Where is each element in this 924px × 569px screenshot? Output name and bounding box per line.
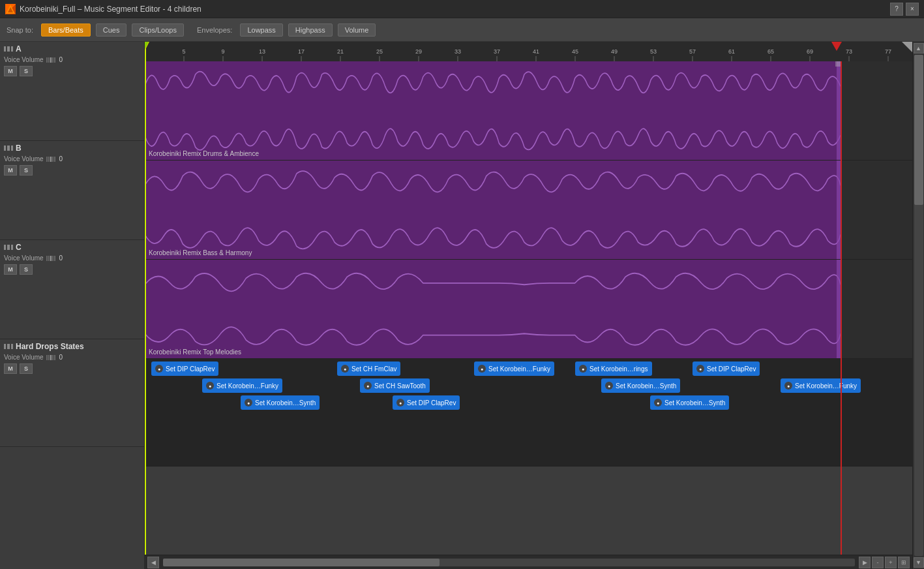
envelope-lowpass-button[interactable]: Lowpass (240, 23, 282, 37)
track-b-mute-button[interactable]: M (4, 165, 17, 176)
track-a-clip-end (837, 61, 841, 160)
end-marker (831, 42, 842, 51)
track-a-clip[interactable]: Korobeiniki Remix Drums & Ambience (145, 61, 841, 160)
snap-clips-loops-button[interactable]: Clips/Loops (132, 23, 183, 37)
track-c-volume-slider[interactable] (46, 256, 55, 261)
track-c-clip-end (837, 260, 841, 358)
close-button[interactable]: × (906, 3, 919, 16)
tracks-container: Korobeiniki Remix Drums & Ambience (145, 61, 912, 555)
track-c-name: C (16, 243, 22, 252)
track-d-volume-value: 0 (59, 354, 63, 361)
vertical-scrollbar[interactable] (914, 55, 923, 556)
state-event-10[interactable]: ● Set Korobein…Synth (650, 395, 729, 410)
waveform-b-top (145, 162, 841, 209)
state-event-5[interactable]: ● Set CH SawTooth (360, 378, 430, 393)
track-b-clip-end (837, 161, 841, 259)
track-d-solo-button[interactable]: S (20, 363, 33, 374)
track-b-name: B (16, 144, 22, 153)
track-a-name: A (16, 44, 22, 54)
fit-button[interactable]: ⊞ (898, 557, 910, 568)
track-lane-a[interactable]: Korobeiniki Remix Drums & Ambience (145, 61, 912, 161)
track-a-mute-button[interactable]: M (4, 66, 17, 76)
left-panel: A Voice Volume 0 M S (0, 42, 145, 569)
envelope-highpass-button[interactable]: Highpass (288, 23, 333, 37)
scroll-left-button[interactable]: ◀ (147, 557, 159, 568)
waveform-c-top (145, 261, 841, 308)
track-a-volume-slider[interactable] (46, 57, 55, 63)
track-b-clip-label: Korobeiniki Remix Bass & Harmony (149, 249, 252, 256)
state-event-6[interactable]: ● Set DIP ClapRev (393, 395, 460, 410)
envelope-label: Envelopes: (197, 26, 232, 34)
window-title: Korobeiniki_Full – Music Segment Editor … (20, 5, 201, 14)
track-header-b: B Voice Volume 0 M S (0, 141, 144, 240)
state-event-11[interactable]: ● Set DIP ClapRev (693, 361, 760, 376)
track-c-voice-label: Voice Volume (4, 254, 44, 262)
bottom-scroll-bar: ◀ ▶ - + ⊞ (145, 555, 912, 569)
track-c-icon (4, 244, 13, 251)
track-c-solo-button[interactable]: S (20, 264, 33, 275)
track-c-volume-value: 0 (59, 254, 63, 262)
app-logo (5, 4, 16, 14)
track-b-voice-label: Voice Volume (4, 155, 44, 162)
ruler[interactable] (145, 42, 912, 61)
snap-bars-beats-button[interactable]: Bars/Beats (41, 23, 91, 37)
playhead-marker-green (145, 42, 149, 50)
track-a-clip-label: Korobeiniki Remix Drums & Ambience (149, 150, 259, 157)
waveform-a-top (145, 63, 841, 110)
state-event-7[interactable]: ● Set Korobein…Funky (474, 361, 554, 376)
snap-cues-button[interactable]: Cues (96, 23, 127, 37)
track-lane-b[interactable]: Korobeiniki Remix Bass & Harmony (145, 161, 912, 260)
track-lane-d[interactable]: ● Set DIP ClapRev ● Set Korobein…Funky ●… (145, 359, 912, 467)
ruler-corner (902, 42, 912, 52)
app: Korobeiniki_Full – Music Segment Editor … (0, 0, 924, 569)
scroll-down-button[interactable]: ▼ (914, 557, 924, 568)
state-event-9[interactable]: ● Set Korobein…Synth (601, 378, 680, 393)
title-bar: Korobeiniki_Full – Music Segment Editor … (0, 0, 924, 18)
track-a-clip-corner (835, 61, 841, 67)
snap-label: Snap to: (7, 26, 33, 34)
track-c-clip-label: Korobeiniki Remix Top Melodies (149, 348, 241, 356)
track-a-solo-button[interactable]: S (20, 66, 33, 76)
track-header-d: Hard Drops States Voice Volume 0 M S (0, 339, 144, 447)
track-d-icon (4, 343, 13, 350)
state-event-8[interactable]: ● Set Korobein…rings (575, 361, 652, 376)
track-lane-c[interactable]: Korobeiniki Remix Top Melodies (145, 260, 912, 359)
right-scrollbar: ▲ ▼ (912, 42, 924, 569)
zoom-out-button[interactable]: - (872, 557, 884, 568)
track-b-volume-value: 0 (59, 155, 63, 162)
track-d-voice-label: Voice Volume (4, 354, 44, 361)
state-event-12[interactable]: ● Set Korobein…Funky (781, 378, 861, 393)
track-d-name: Hard Drops States (16, 342, 84, 351)
track-b-clip[interactable]: Korobeiniki Remix Bass & Harmony (145, 161, 841, 259)
waveform-c-bottom (145, 310, 841, 357)
track-a-voice-label: Voice Volume (4, 56, 44, 63)
track-b-volume-slider[interactable] (46, 157, 55, 162)
state-event-3[interactable]: ● Set Korobein…Synth (241, 395, 320, 410)
state-event-2[interactable]: ● Set Korobein…Funky (202, 378, 282, 393)
envelope-volume-button[interactable]: Volume (338, 23, 376, 37)
track-b-solo-button[interactable]: S (20, 165, 33, 176)
track-c-mute-button[interactable]: M (4, 264, 17, 275)
main-area: A Voice Volume 0 M S (0, 42, 924, 569)
state-event-1[interactable]: ● Set DIP ClapRev (151, 361, 218, 376)
track-a-icon (4, 46, 13, 52)
horizontal-scrollbar[interactable] (163, 559, 855, 566)
scrollbar-thumb[interactable] (163, 559, 440, 566)
timeline-area: Korobeiniki Remix Drums & Ambience (145, 42, 912, 569)
track-c-clip[interactable]: Korobeiniki Remix Top Melodies (145, 260, 841, 358)
track-header-a: A Voice Volume 0 M S (0, 42, 144, 141)
track-header-c: C Voice Volume 0 M S (0, 240, 144, 339)
scroll-up-button[interactable]: ▲ (914, 43, 924, 54)
zoom-in-button[interactable]: + (885, 557, 897, 568)
track-d-mute-button[interactable]: M (4, 363, 17, 374)
track-b-icon (4, 145, 13, 151)
vertical-scrollbar-thumb[interactable] (914, 55, 923, 205)
title-bar-left: Korobeiniki_Full – Music Segment Editor … (5, 4, 201, 14)
title-controls: ? × (890, 3, 919, 16)
toolbar: Snap to: Bars/Beats Cues Clips/Loops Env… (0, 18, 924, 42)
help-button[interactable]: ? (890, 3, 903, 16)
track-a-volume-value: 0 (59, 56, 63, 63)
scroll-right-button[interactable]: ▶ (859, 557, 871, 568)
track-d-volume-slider[interactable] (46, 355, 55, 360)
state-event-4[interactable]: ● Set CH FmClav (337, 361, 400, 376)
